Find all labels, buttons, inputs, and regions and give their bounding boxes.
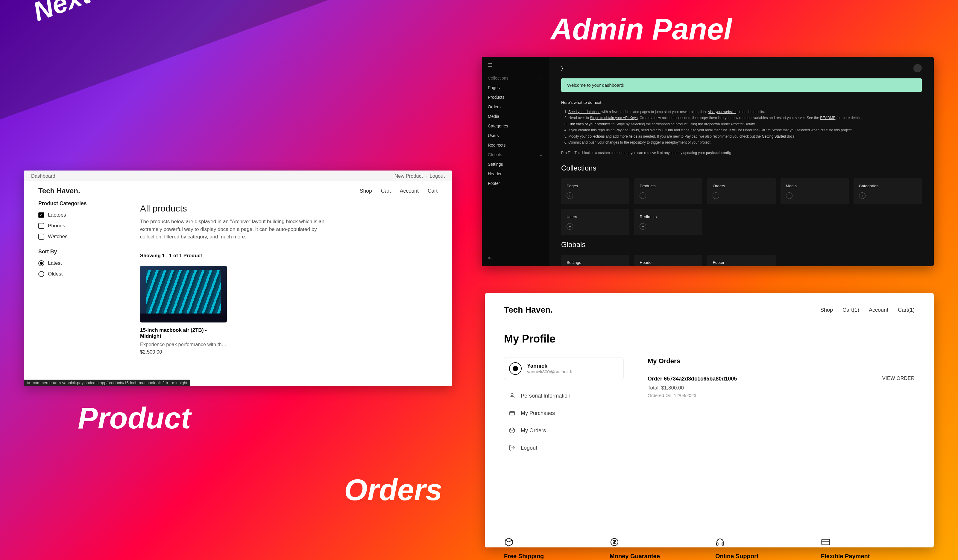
all-products-title: All products [140,203,438,214]
nav-cart-2[interactable]: Cart [428,188,438,194]
globals-heading: Globals [561,240,922,249]
tile-categories[interactable]: Categories+ [853,178,922,204]
profile-title: My Profile [504,333,915,345]
sidebar-group-collections[interactable]: Collections⌄ [482,73,549,83]
tile-footer[interactable]: Footer [707,255,776,266]
tile-users[interactable]: Users+ [561,209,630,235]
admin-content: ⟩ Welcome to your dashboard! Here's what… [549,57,934,266]
radio-oldest[interactable]: Oldest [38,271,116,277]
step-2: Head over to Stripe to obtain your API K… [568,115,922,121]
sidebar-item-categories[interactable]: Categories [482,121,549,131]
collections-grid: Pages+ Products+ Orders+ Media+ Categori… [561,178,922,235]
orders-window: Tech Haven. Shop Cart(1) Account Cart(1)… [485,293,934,547]
tile-media[interactable]: Media+ [780,178,849,204]
nav-shop[interactable]: Shop [820,307,833,313]
topbar-dashboard[interactable]: Dashboard [31,173,56,179]
checkbox-laptops[interactable]: ✓Laptops [38,212,116,218]
card-icon [821,537,831,547]
my-orders-title: My Orders [648,357,915,365]
status-url: //e-commerce-adm-yannick.payloadcms.app/… [24,380,190,386]
menu-logout[interactable]: Logout [504,439,624,457]
topbar-logout[interactable]: Logout [430,173,445,179]
order-date: Ordered On: 12/08/2023 [648,393,737,398]
orders-main: My Orders Order 65734a2d3dc1c65ba80d1005… [648,357,915,457]
section-label-admin: Admin Panel [551,12,732,46]
sidebar-item-redirects[interactable]: Redirects [482,140,549,150]
nav-cart[interactable]: Cart [381,188,391,194]
tile-settings[interactable]: Settings [561,255,630,266]
radio-icon [38,260,44,266]
orders-nav: Shop Cart(1) Account Cart(1) [820,307,915,313]
user-card: Yannick yannick800@outlook.fr [504,357,624,380]
products-description: The products below are displayed in an "… [140,218,335,241]
plus-icon[interactable]: + [566,192,573,199]
tile-orders[interactable]: Orders+ [707,178,776,204]
tile-pages[interactable]: Pages+ [561,178,630,204]
view-order-link[interactable]: VIEW ORDER [882,376,915,381]
step-3: Link each of your products to Stripe by … [568,121,922,127]
product-window: Dashboard New Product · Logout Tech Have… [24,171,452,386]
product-name: 15-inch macbook air (2TB) - Midnight [140,327,227,339]
step-5: Modify your collections and add more fie… [568,133,922,139]
menu-personal-info[interactable]: Personal Information [504,387,624,405]
product-card[interactable]: 15-inch macbook air (2TB) - Midnight Exp… [140,266,227,355]
checkbox-phones[interactable]: Phones [38,223,116,229]
nav-cart-2[interactable]: Cart(1) [898,307,915,313]
radio-latest[interactable]: Latest [38,260,116,266]
sidebar-item-media[interactable]: Media [482,112,549,121]
feature-support: Online Support 24 hours a day, 7 days a … [715,537,809,560]
topbar-new-product[interactable]: New Product [395,173,423,179]
menu-purchases[interactable]: My Purchases [504,405,624,422]
product-image [140,266,227,323]
collapse-sidebar-icon[interactable]: ⇤ [488,255,492,261]
plus-icon[interactable]: + [566,223,573,230]
nav-account[interactable]: Account [869,307,888,313]
sidebar-item-users[interactable]: Users [482,131,549,140]
order-id: Order 65734a2d3dc1c65ba80d1005 [648,376,737,382]
orders-brand[interactable]: Tech Haven. [504,305,553,315]
sidebar-group-globals[interactable]: Globals⌄ [482,150,549,160]
plus-icon[interactable]: + [639,223,646,230]
admin-window: ☰ Collections⌄ Pages Products Orders Med… [482,57,934,266]
svg-point-0 [511,394,513,396]
section-label-product: Product [78,401,191,435]
step-1: Seed your database with a few products a… [568,109,922,115]
tile-products[interactable]: Products+ [634,178,703,204]
sidebar-item-settings[interactable]: Settings [482,160,549,169]
plus-icon[interactable]: + [639,192,646,199]
tile-redirects[interactable]: Redirects+ [634,209,703,235]
nav-account[interactable]: Account [400,188,419,194]
product-topbar: Dashboard New Product · Logout [24,171,452,181]
plus-icon[interactable]: + [786,192,793,199]
intro-text: Here's what to do next: [561,100,922,105]
hamburger-icon[interactable]: ☰ [482,62,549,73]
user-email: yannick800@outlook.fr [527,369,573,374]
user-avatar-icon [509,362,522,375]
order-total: Total: $1,800.00 [648,385,737,391]
section-label-orders: Orders [344,473,443,507]
sortby-title: Sort By [38,248,116,255]
nav-shop[interactable]: Shop [360,188,372,194]
step-6: Commit and push your changes to the repo… [568,139,922,146]
user-avatar[interactable] [914,64,922,73]
svg-rect-3 [717,543,718,545]
sidebar-item-orders[interactable]: Orders [482,102,549,112]
menu-orders[interactable]: My Orders [504,422,624,439]
plus-icon[interactable]: + [859,192,866,199]
box-icon [504,537,514,547]
product-subtitle: Experience peak performance with the 15 … [140,342,227,347]
sidebar-item-products[interactable]: Products [482,92,549,102]
feature-money: Money Guarantee Within 30 days for an ex… [610,537,703,560]
sidebar-item-pages[interactable]: Pages [482,83,549,92]
sidebar-item-header[interactable]: Header [482,169,549,179]
plus-icon[interactable]: + [712,192,719,199]
chevron-down-icon: ⌄ [539,76,543,81]
logout-icon [509,445,515,451]
payload-logo-icon[interactable]: ⟩ [561,65,563,71]
collections-heading: Collections [561,164,922,172]
product-brand[interactable]: Tech Haven. [38,187,80,195]
nav-cart[interactable]: Cart(1) [842,307,859,313]
tile-header[interactable]: Header [634,255,703,266]
sidebar-item-footer[interactable]: Footer [482,179,549,188]
checkbox-watches[interactable]: Watches [38,234,116,240]
